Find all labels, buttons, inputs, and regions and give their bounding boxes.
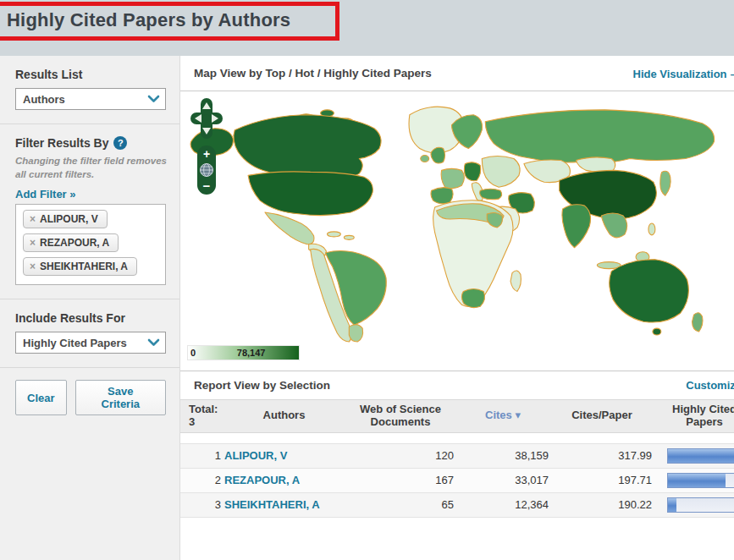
- wos-documents-cell: 65: [345, 492, 455, 517]
- map-region-tasmania[interactable]: [653, 328, 661, 335]
- include-results-section: Include Results For Highly Cited Papers: [0, 299, 179, 367]
- highly-cited-bar: 4: [667, 497, 734, 513]
- highly-cited-bar-cell: 41: [654, 443, 734, 468]
- remove-filter-icon[interactable]: ×: [30, 237, 36, 249]
- clear-button[interactable]: Clear: [15, 380, 67, 415]
- filter-tag[interactable]: ×ALIPOUR, V: [23, 210, 108, 228]
- legend-gradient-bar: 0 78,147: [187, 345, 300, 360]
- page-header: Highly Cited Papers by Authors: [0, 0, 734, 56]
- map-region-usa[interactable]: [248, 172, 373, 216]
- map-region-mongolia[interactable]: [577, 157, 615, 172]
- results-list-dropdown[interactable]: Authors: [15, 88, 166, 110]
- map-region-argentina[interactable]: [349, 325, 362, 342]
- rank-cell: 3: [180, 492, 223, 517]
- column-header-cites-per-paper[interactable]: Cites/Paper: [550, 400, 654, 433]
- map-region-turkey[interactable]: [480, 189, 502, 200]
- main-panel: Map View by Top / Hot / Highly Cited Pap…: [179, 56, 734, 560]
- map-region-new-zealand[interactable]: [693, 313, 703, 332]
- choropleth-map: [184, 93, 719, 343]
- column-header-authors[interactable]: Authors: [223, 400, 345, 433]
- map-region-russia[interactable]: [485, 110, 714, 163]
- filter-tag-label: REZAPOUR, A: [40, 237, 109, 249]
- wos-documents-cell: 120: [345, 443, 455, 468]
- legend-max-label: 78,147: [237, 348, 266, 358]
- bar-fill: [668, 474, 726, 487]
- map-region-germany[interactable]: [464, 162, 480, 181]
- map-region-canada[interactable]: [234, 115, 381, 179]
- rank-cell: 1: [180, 443, 223, 468]
- map-region-uk[interactable]: [431, 147, 445, 163]
- include-results-label: Include Results For: [15, 311, 166, 325]
- highly-cited-bar-cell: 4: [654, 492, 734, 517]
- wos-documents-cell: 167: [345, 468, 455, 492]
- map-view-title: Map View by Top / Hot / Highly Cited Pap…: [194, 67, 432, 80]
- map-region-europe-east[interactable]: [482, 156, 520, 187]
- map-region-philippines[interactable]: [648, 223, 655, 235]
- map-region-australia[interactable]: [610, 260, 689, 322]
- highly-cited-bar: 41: [667, 448, 734, 464]
- filter-tag[interactable]: ×REZAPOUR, A: [23, 233, 119, 252]
- column-header-wos-documents[interactable]: Web of Science Documents: [345, 400, 455, 433]
- filter-tags-box: ×ALIPOUR, V ×REZAPOUR, A ×SHEIKHTAHERI, …: [15, 204, 166, 285]
- page-title: Highly Cited Papers by Authors: [7, 9, 290, 31]
- map-region-south-africa[interactable]: [461, 288, 484, 307]
- author-link[interactable]: SHEIKHTAHERI, A: [224, 499, 320, 511]
- column-header-cites-sorted[interactable]: Cites ▾: [455, 400, 550, 433]
- add-filter-link[interactable]: Add Filter »: [15, 188, 76, 200]
- cites-cell: 38,159: [455, 443, 550, 468]
- author-link[interactable]: ALIPOUR, V: [224, 450, 287, 462]
- map-region-japan[interactable]: [660, 171, 671, 195]
- map-region-caribbean[interactable]: [327, 232, 354, 239]
- include-results-dropdown[interactable]: Highly Cited Papers: [15, 332, 166, 354]
- table-header-row: Total: 3 Authors Web of Science Document…: [180, 400, 734, 433]
- hide-visualization-link[interactable]: Hide Visualization: [633, 68, 727, 80]
- author-cell: REZAPOUR, A: [223, 468, 345, 492]
- highly-cited-bar-cell: 28: [654, 468, 734, 492]
- column-header-highly-cited-papers[interactable]: Highly Cited Papers: [654, 400, 734, 433]
- map-region-madagascar[interactable]: [510, 271, 521, 291]
- total-label: Total:: [189, 404, 221, 416]
- remove-filter-icon[interactable]: ×: [30, 213, 36, 225]
- table-row: 2 REZAPOUR, A 167 33,017 197.71 28: [180, 468, 734, 492]
- bar-fill: [668, 449, 734, 463]
- table-row: 3 SHEIKHTAHERI, A 65 12,364 190.22 4: [180, 492, 734, 517]
- map-zoom-control[interactable]: + −: [197, 145, 216, 195]
- filter-tag-label: ALIPOUR, V: [40, 213, 98, 225]
- zoom-out-button[interactable]: −: [203, 178, 211, 193]
- author-cell: ALIPOUR, V: [223, 443, 345, 468]
- filter-note: Changing the filter field removes all cu…: [15, 155, 168, 181]
- cites-per-paper-cell: 190.22: [550, 492, 654, 517]
- zoom-in-button[interactable]: +: [203, 147, 210, 161]
- cites-per-paper-cell: 317.99: [550, 443, 654, 468]
- help-icon[interactable]: ?: [113, 136, 127, 150]
- include-results-selected: Highly Cited Papers: [23, 337, 127, 349]
- customize-link[interactable]: Customize: [686, 379, 734, 392]
- report-table: Total: 3 Authors Web of Science Document…: [180, 399, 734, 518]
- results-list-section: Results List Authors: [0, 56, 179, 124]
- map-legend: 0 78,147: [187, 345, 734, 371]
- chevron-down-icon: [147, 338, 160, 347]
- cites-cell: 12,364: [455, 492, 550, 517]
- remove-filter-icon[interactable]: ×: [30, 261, 36, 272]
- results-list-label: Results List: [15, 68, 166, 81]
- sort-descending-icon: ▾: [515, 409, 521, 421]
- report-view-header: Report View by Selection Customize: [180, 371, 734, 399]
- map-region-southeast-asia[interactable]: [601, 213, 626, 238]
- map-region-france[interactable]: [441, 168, 464, 188]
- filter-results-by-label: Filter Results By: [15, 136, 108, 150]
- filter-tag[interactable]: ×SHEIKHTAHERI, A: [23, 257, 137, 276]
- map-region-india[interactable]: [562, 205, 591, 248]
- save-criteria-button[interactable]: Save Criteria: [75, 380, 166, 415]
- collapse-minus-icon[interactable]: —: [731, 68, 734, 80]
- cites-cell: 33,017: [455, 468, 550, 492]
- map-region-ireland[interactable]: [421, 156, 429, 162]
- map-pan-control[interactable]: [190, 98, 223, 139]
- legend-min-label: 0: [190, 348, 196, 358]
- author-cell: SHEIKHTAHERI, A: [223, 492, 345, 517]
- map-region-iberia[interactable]: [431, 188, 453, 204]
- filter-tag-label: SHEIKHTAHERI, A: [40, 261, 128, 272]
- total-header: Total: 3: [180, 400, 223, 433]
- author-link[interactable]: REZAPOUR, A: [224, 475, 300, 486]
- table-row: 1 ALIPOUR, V 120 38,159 317.99 41: [180, 443, 734, 468]
- map-region-mexico[interactable]: [265, 212, 314, 244]
